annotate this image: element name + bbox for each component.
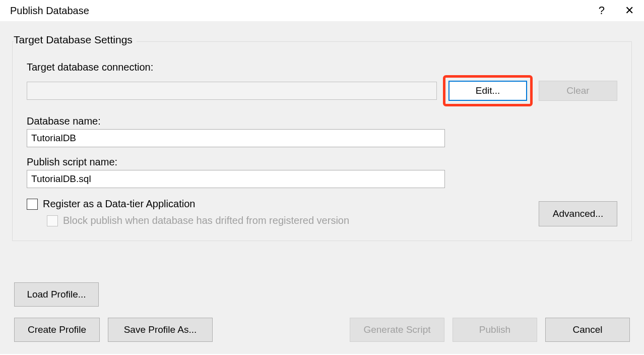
help-icon[interactable]: ? (599, 4, 605, 17)
script-input[interactable] (27, 170, 445, 188)
cancel-button[interactable]: Cancel (545, 318, 630, 342)
load-profile-button[interactable]: Load Profile... (14, 282, 99, 307)
connection-row: Target database connection: Edit... Clea… (27, 62, 617, 106)
target-db-settings-group: Target Database Settings Target database… (12, 41, 632, 241)
edit-button-highlight: Edit... (443, 75, 533, 106)
save-profile-as-button[interactable]: Save Profile As... (108, 318, 213, 342)
block-label: Block publish when database has drifted … (63, 215, 349, 226)
dialog-content: Target Database Settings Target database… (0, 21, 644, 354)
connection-input[interactable] (27, 82, 437, 100)
titlebar: Publish Database ? ✕ (0, 0, 644, 21)
register-label: Register as a Data-tier Application (43, 198, 195, 210)
titlebar-controls: ? ✕ (599, 4, 634, 17)
window-title: Publish Database (10, 5, 89, 17)
block-checkbox-row: Block publish when database has drifted … (47, 215, 617, 226)
group-legend: Target Database Settings (14, 34, 137, 46)
connection-label: Target database connection: (27, 62, 617, 73)
script-row: Publish script name: (27, 156, 617, 188)
script-label: Publish script name: (27, 156, 617, 168)
clear-button: Clear (539, 81, 617, 101)
register-checkbox-row[interactable]: Register as a Data-tier Application (27, 198, 617, 210)
publish-button: Publish (453, 318, 537, 342)
create-profile-button[interactable]: Create Profile (14, 318, 100, 342)
register-checkbox[interactable] (27, 199, 38, 210)
close-icon[interactable]: ✕ (625, 4, 634, 17)
dbname-row: Database name: (27, 115, 617, 147)
generate-script-button: Generate Script (350, 318, 444, 342)
edit-button[interactable]: Edit... (448, 81, 527, 101)
block-checkbox (47, 215, 58, 226)
bottom-buttons: Load Profile... Create Profile Save Prof… (14, 282, 630, 342)
dbname-label: Database name: (27, 115, 617, 127)
advanced-button[interactable]: Advanced... (539, 201, 617, 226)
dbname-input[interactable] (27, 129, 445, 147)
